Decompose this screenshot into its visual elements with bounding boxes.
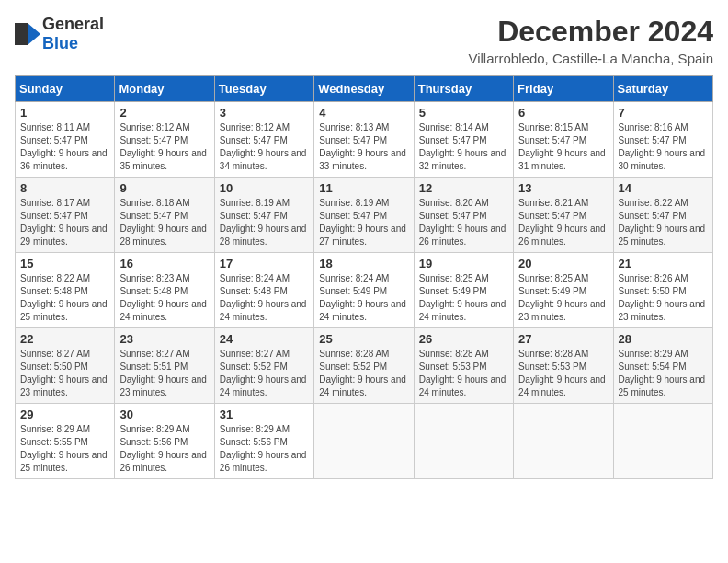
logo-general: General xyxy=(42,15,104,33)
header: General Blue December 2024 Villarrobledo… xyxy=(15,15,713,66)
calendar-day-cell: 22Sunrise: 8:27 AMSunset: 5:50 PMDayligh… xyxy=(16,328,115,404)
calendar-day-cell: 25Sunrise: 8:28 AMSunset: 5:52 PMDayligh… xyxy=(314,328,414,404)
calendar-day-cell: 5Sunrise: 8:14 AMSunset: 5:47 PMDaylight… xyxy=(414,102,513,178)
day-number: 24 xyxy=(220,332,309,346)
day-number: 15 xyxy=(20,257,109,270)
month-title: December 2024 xyxy=(468,15,713,49)
calendar-day-cell: 7Sunrise: 8:16 AMSunset: 5:47 PMDaylight… xyxy=(613,102,712,178)
day-info: Sunrise: 8:27 AMSunset: 5:52 PMDaylight:… xyxy=(220,348,309,399)
day-number: 12 xyxy=(419,181,508,195)
calendar-day-cell: 26Sunrise: 8:28 AMSunset: 5:53 PMDayligh… xyxy=(414,328,513,404)
calendar-day-cell xyxy=(314,404,414,479)
day-number: 27 xyxy=(518,332,608,346)
day-info: Sunrise: 8:27 AMSunset: 5:51 PMDaylight:… xyxy=(119,348,209,399)
day-info: Sunrise: 8:13 AMSunset: 5:47 PMDaylight:… xyxy=(319,121,408,173)
calendar-day-cell: 8Sunrise: 8:17 AMSunset: 5:47 PMDaylight… xyxy=(16,178,115,253)
day-number: 17 xyxy=(220,257,309,270)
day-info: Sunrise: 8:12 AMSunset: 5:47 PMDaylight:… xyxy=(119,121,209,173)
calendar-day-cell: 13Sunrise: 8:21 AMSunset: 5:47 PMDayligh… xyxy=(514,178,613,253)
day-info: Sunrise: 8:29 AMSunset: 5:56 PMDaylight:… xyxy=(119,423,209,475)
calendar-day-cell xyxy=(414,404,513,479)
day-info: Sunrise: 8:22 AMSunset: 5:48 PMDaylight:… xyxy=(20,272,109,324)
weekday-header-cell: Wednesday xyxy=(314,76,414,102)
day-info: Sunrise: 8:26 AMSunset: 5:50 PMDaylight:… xyxy=(619,272,708,324)
title-section: December 2024 Villarrobledo, Castille-La… xyxy=(468,15,713,66)
day-info: Sunrise: 8:29 AMSunset: 5:55 PMDaylight:… xyxy=(20,423,109,475)
day-info: Sunrise: 8:25 AMSunset: 5:49 PMDaylight:… xyxy=(518,272,608,324)
day-number: 31 xyxy=(220,408,309,421)
day-info: Sunrise: 8:29 AMSunset: 5:56 PMDaylight:… xyxy=(220,423,309,475)
day-number: 26 xyxy=(419,332,508,346)
day-number: 20 xyxy=(518,257,608,270)
calendar-day-cell: 27Sunrise: 8:28 AMSunset: 5:53 PMDayligh… xyxy=(514,328,613,404)
calendar-day-cell: 15Sunrise: 8:22 AMSunset: 5:48 PMDayligh… xyxy=(16,253,115,328)
day-number: 22 xyxy=(20,332,109,346)
calendar-week-row: 1Sunrise: 8:11 AMSunset: 5:47 PMDaylight… xyxy=(16,102,713,178)
location-title: Villarrobledo, Castille-La Mancha, Spain xyxy=(468,51,713,66)
calendar-day-cell: 12Sunrise: 8:20 AMSunset: 5:47 PMDayligh… xyxy=(414,178,513,253)
logo-blue: Blue xyxy=(42,34,78,52)
day-info: Sunrise: 8:22 AMSunset: 5:47 PMDaylight:… xyxy=(619,197,708,248)
day-info: Sunrise: 8:24 AMSunset: 5:48 PMDaylight:… xyxy=(220,272,309,324)
day-number: 18 xyxy=(319,257,408,270)
day-number: 9 xyxy=(119,181,209,195)
day-number: 10 xyxy=(220,181,309,195)
calendar-day-cell: 14Sunrise: 8:22 AMSunset: 5:47 PMDayligh… xyxy=(613,178,712,253)
day-number: 25 xyxy=(319,332,408,346)
weekday-header-cell: Thursday xyxy=(414,76,513,102)
calendar-week-row: 29Sunrise: 8:29 AMSunset: 5:55 PMDayligh… xyxy=(16,404,713,479)
calendar-week-row: 22Sunrise: 8:27 AMSunset: 5:50 PMDayligh… xyxy=(16,328,713,404)
day-number: 28 xyxy=(619,332,708,346)
day-number: 8 xyxy=(20,181,109,195)
day-info: Sunrise: 8:12 AMSunset: 5:47 PMDaylight:… xyxy=(220,121,309,173)
day-info: Sunrise: 8:17 AMSunset: 5:47 PMDaylight:… xyxy=(20,197,109,248)
day-info: Sunrise: 8:29 AMSunset: 5:54 PMDaylight:… xyxy=(619,348,708,399)
calendar-day-cell: 9Sunrise: 8:18 AMSunset: 5:47 PMDaylight… xyxy=(115,178,214,253)
weekday-header-cell: Saturday xyxy=(613,76,712,102)
calendar-day-cell xyxy=(613,404,712,479)
day-info: Sunrise: 8:19 AMSunset: 5:47 PMDaylight:… xyxy=(319,197,408,248)
day-info: Sunrise: 8:18 AMSunset: 5:47 PMDaylight:… xyxy=(119,197,209,248)
day-info: Sunrise: 8:23 AMSunset: 5:48 PMDaylight:… xyxy=(119,272,209,324)
calendar-day-cell: 23Sunrise: 8:27 AMSunset: 5:51 PMDayligh… xyxy=(115,328,214,404)
day-info: Sunrise: 8:21 AMSunset: 5:47 PMDaylight:… xyxy=(518,197,608,248)
day-number: 16 xyxy=(119,257,209,270)
calendar-day-cell: 3Sunrise: 8:12 AMSunset: 5:47 PMDaylight… xyxy=(214,102,313,178)
calendar-week-row: 8Sunrise: 8:17 AMSunset: 5:47 PMDaylight… xyxy=(16,178,713,253)
calendar-day-cell xyxy=(514,404,613,479)
day-number: 3 xyxy=(220,106,309,120)
day-number: 4 xyxy=(319,106,408,120)
calendar-day-cell: 18Sunrise: 8:24 AMSunset: 5:49 PMDayligh… xyxy=(314,253,414,328)
calendar-day-cell: 19Sunrise: 8:25 AMSunset: 5:49 PMDayligh… xyxy=(414,253,513,328)
calendar-day-cell: 20Sunrise: 8:25 AMSunset: 5:49 PMDayligh… xyxy=(514,253,613,328)
logo: General Blue xyxy=(15,15,104,53)
weekday-header-cell: Sunday xyxy=(16,76,115,102)
day-number: 19 xyxy=(419,257,508,270)
calendar-week-row: 15Sunrise: 8:22 AMSunset: 5:48 PMDayligh… xyxy=(16,253,713,328)
day-number: 23 xyxy=(119,332,209,346)
svg-rect-0 xyxy=(15,23,28,45)
day-number: 14 xyxy=(619,181,708,195)
day-info: Sunrise: 8:27 AMSunset: 5:50 PMDaylight:… xyxy=(20,348,109,399)
weekday-header-cell: Tuesday xyxy=(214,76,313,102)
calendar-day-cell: 29Sunrise: 8:29 AMSunset: 5:55 PMDayligh… xyxy=(16,404,115,479)
calendar-day-cell: 31Sunrise: 8:29 AMSunset: 5:56 PMDayligh… xyxy=(214,404,313,479)
weekday-header-row: SundayMondayTuesdayWednesdayThursdayFrid… xyxy=(16,76,713,102)
day-info: Sunrise: 8:15 AMSunset: 5:47 PMDaylight:… xyxy=(518,121,608,173)
day-number: 21 xyxy=(619,257,708,270)
calendar-day-cell: 16Sunrise: 8:23 AMSunset: 5:48 PMDayligh… xyxy=(115,253,214,328)
weekday-header-cell: Friday xyxy=(514,76,613,102)
calendar-day-cell: 2Sunrise: 8:12 AMSunset: 5:47 PMDaylight… xyxy=(115,102,214,178)
day-info: Sunrise: 8:19 AMSunset: 5:47 PMDaylight:… xyxy=(220,197,309,248)
day-number: 6 xyxy=(518,106,608,120)
day-number: 13 xyxy=(518,181,608,195)
day-info: Sunrise: 8:28 AMSunset: 5:53 PMDaylight:… xyxy=(518,348,608,399)
day-info: Sunrise: 8:24 AMSunset: 5:49 PMDaylight:… xyxy=(319,272,408,324)
calendar-day-cell: 30Sunrise: 8:29 AMSunset: 5:56 PMDayligh… xyxy=(115,404,214,479)
day-number: 29 xyxy=(20,408,109,421)
day-info: Sunrise: 8:14 AMSunset: 5:47 PMDaylight:… xyxy=(419,121,508,173)
day-number: 1 xyxy=(20,106,109,120)
weekday-header-cell: Monday xyxy=(115,76,214,102)
day-info: Sunrise: 8:28 AMSunset: 5:52 PMDaylight:… xyxy=(319,348,408,399)
day-info: Sunrise: 8:25 AMSunset: 5:49 PMDaylight:… xyxy=(419,272,508,324)
